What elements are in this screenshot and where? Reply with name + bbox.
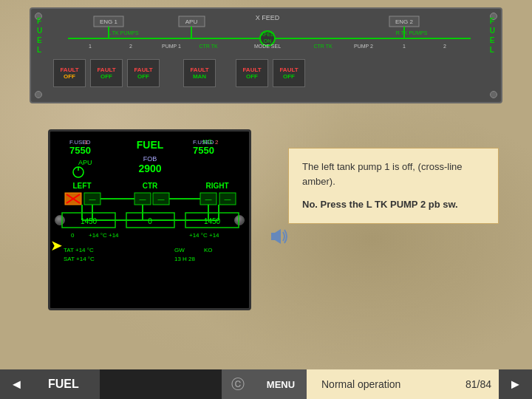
l-tk-pump2-btn[interactable]: FAULT OFF bbox=[90, 59, 123, 87]
menu-button[interactable]: MENU bbox=[255, 369, 307, 399]
svg-text:CTR TK: CTR TK bbox=[313, 44, 332, 49]
svg-text:PUMP 1: PUMP 1 bbox=[162, 44, 181, 49]
ctr-pump1-btn[interactable]: FAULT OFF bbox=[127, 59, 160, 87]
svg-text:FOB: FOB bbox=[143, 155, 157, 163]
page-total: 84 bbox=[480, 378, 491, 390]
bottom-navigation: ◄ FUEL ⓒ MENU Normal operation 81 / 84 ► bbox=[0, 369, 532, 399]
svg-text:2: 2 bbox=[443, 44, 446, 49]
ecam-display: FUEL KG F.USED 1 7550 F.USED 2 7550 FOB … bbox=[48, 129, 251, 310]
screw-bl bbox=[35, 91, 42, 98]
ctr-pump2-btn[interactable]: FAULT MAN bbox=[183, 59, 216, 87]
speaker-icon bbox=[267, 225, 290, 248]
svg-text:ENG 2: ENG 2 bbox=[395, 18, 414, 25]
r-tk-pump1-btn[interactable]: FAULT OFF bbox=[236, 59, 268, 87]
next-button[interactable]: ► bbox=[499, 369, 532, 399]
svg-text:L TK PUMPS: L TK PUMPS bbox=[108, 30, 139, 35]
svg-text:FUEL: FUEL bbox=[137, 139, 164, 151]
svg-text:2900: 2900 bbox=[138, 163, 161, 174]
svg-marker-76 bbox=[271, 229, 281, 244]
svg-text:SAT +14 °C: SAT +14 °C bbox=[64, 256, 95, 262]
r-tk-pump2-btn[interactable]: FAULT OFF bbox=[273, 59, 305, 87]
svg-text:1: 1 bbox=[89, 44, 92, 49]
svg-text:—: — bbox=[225, 196, 231, 203]
svg-text:2: 2 bbox=[215, 139, 219, 146]
svg-text:0: 0 bbox=[71, 232, 75, 239]
fault-buttons-container: FAULT OFF FAULT OFF FAULT OFF FAULT MAN … bbox=[53, 59, 305, 87]
svg-text:X FEED: X FEED bbox=[256, 14, 280, 21]
svg-text:MODE SEL: MODE SEL bbox=[254, 44, 281, 49]
callout-line1: The left tank pump 1 is off, (cross-line… bbox=[302, 160, 485, 188]
svg-text:+14 °C +14: +14 °C +14 bbox=[189, 232, 219, 239]
svg-text:0: 0 bbox=[148, 217, 152, 225]
section-label: FUEL bbox=[33, 369, 100, 399]
yellow-arrow-indicator: ➤ bbox=[50, 236, 63, 254]
page-current: 81 bbox=[466, 378, 477, 390]
svg-text:2: 2 bbox=[129, 44, 132, 49]
svg-text:APU: APU bbox=[78, 159, 92, 166]
prev-button[interactable]: ◄ bbox=[0, 369, 33, 399]
svg-text:13 H 28: 13 H 28 bbox=[174, 256, 196, 262]
svg-text:TAT +14 °C: TAT +14 °C bbox=[64, 247, 94, 253]
svg-text:—: — bbox=[158, 196, 165, 203]
svg-text:CTR: CTR bbox=[143, 182, 158, 190]
svg-text:R TK PUMPS: R TK PUMPS bbox=[396, 30, 428, 35]
callout-line2: No. Press the L TK PUMP 2 pb sw. bbox=[302, 197, 485, 212]
screw-br bbox=[490, 91, 497, 98]
ecam-svg: FUEL KG F.USED 1 7550 F.USED 2 7550 FOB … bbox=[56, 135, 245, 305]
svg-text:CTR TK: CTR TK bbox=[199, 44, 217, 49]
c-button[interactable]: ⓒ bbox=[222, 369, 255, 399]
svg-text:—: — bbox=[205, 196, 212, 203]
fuel-panel: FUEL FUEL ENG 1 APU X FEED ENG 2 XFED ON… bbox=[30, 7, 502, 103]
svg-text:APU: APU bbox=[185, 18, 198, 25]
page-counter: 81 / 84 bbox=[458, 369, 499, 399]
svg-text:ON: ON bbox=[264, 38, 272, 44]
callout-box: The left tank pump 1 is off, (cross-line… bbox=[288, 148, 499, 224]
svg-text:—: — bbox=[140, 196, 146, 203]
svg-text:1450: 1450 bbox=[204, 217, 221, 225]
svg-text:1450: 1450 bbox=[81, 217, 98, 225]
svg-text:RIGHT: RIGHT bbox=[205, 182, 228, 190]
svg-text:PUMP 2: PUMP 2 bbox=[354, 44, 373, 49]
status-label: Normal operation bbox=[307, 369, 458, 399]
svg-text:ENG 1: ENG 1 bbox=[100, 18, 118, 25]
fuel-label-left: FUEL bbox=[37, 16, 42, 55]
svg-text:7550: 7550 bbox=[193, 145, 214, 156]
l-tk-pump1-btn[interactable]: FAULT OFF bbox=[53, 59, 86, 87]
svg-text:—: — bbox=[89, 196, 96, 203]
svg-text:KO: KO bbox=[204, 247, 213, 253]
svg-text:LEFT: LEFT bbox=[73, 182, 92, 190]
svg-text:XFED: XFED bbox=[261, 32, 275, 37]
svg-text:1: 1 bbox=[403, 44, 406, 49]
panel-wiring: ENG 1 APU X FEED ENG 2 XFED ON L TK PUMP… bbox=[50, 13, 493, 61]
svg-text:+14 °C +14: +14 °C +14 bbox=[89, 232, 119, 239]
svg-text:GW: GW bbox=[174, 247, 185, 253]
c-icon: ⓒ bbox=[231, 375, 245, 393]
svg-text:7550: 7550 bbox=[69, 145, 91, 156]
